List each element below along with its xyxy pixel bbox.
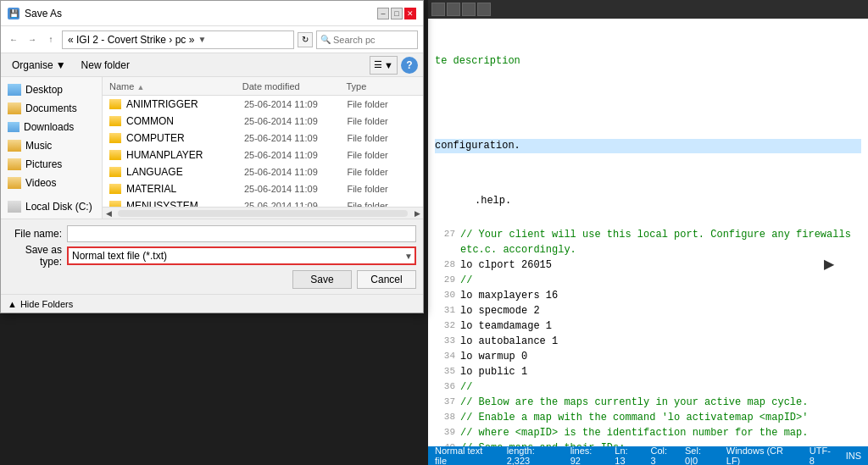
organise-chevron-icon: ▼	[56, 59, 66, 71]
save-button[interactable]: Save	[292, 270, 352, 289]
folder-icon-humanplayer	[109, 150, 121, 160]
statusbar-lineendings: Windows (CR LF)	[726, 446, 799, 465]
file-row-common[interactable]: COMMON 25-06-2014 11:09 File folder	[103, 113, 423, 130]
editor-line-37: 37 // Below are the maps currently in yo…	[435, 395, 861, 410]
file-name-menusystem: MENUSYSTEM	[126, 200, 241, 207]
file-row-menusystem[interactable]: MENUSYSTEM 25-06-2014 11:09 File folder	[103, 197, 423, 207]
sidebar-item-pictures[interactable]: Pictures	[1, 155, 102, 174]
scroll-right-btn[interactable]: ▶	[411, 209, 423, 218]
col-header-name[interactable]: Name ▲	[103, 81, 239, 91]
editor-top-line-1: te description	[435, 54, 861, 69]
filetype-select[interactable]: Normal text file (*.txt) All Files (*.*)	[69, 248, 415, 263]
organise-button[interactable]: Organise ▼	[6, 56, 72, 75]
hide-folders-bar[interactable]: ▲ Hide Folders	[1, 294, 423, 313]
col-header-type[interactable]: Type	[343, 81, 424, 91]
hscroll-track[interactable]	[118, 210, 408, 217]
file-row-material[interactable]: MATERIAL 25-06-2014 11:09 File folder	[103, 180, 423, 197]
scroll-left-btn[interactable]: ◀	[103, 209, 114, 218]
file-date-menusystem: 25-06-2014 11:09	[241, 201, 344, 207]
sidebar-label-drive-c: Local Disk (C:)	[25, 201, 92, 213]
up-button[interactable]: ↑	[43, 32, 58, 47]
sidebar: Desktop Documents Downloads Music Pictur…	[1, 77, 103, 219]
view-button[interactable]: ☰ ▼	[370, 56, 398, 75]
filetype-label: Save as type:	[8, 244, 67, 268]
downloads-folder-icon	[8, 122, 19, 132]
folder-icon-material	[109, 184, 121, 194]
sidebar-item-music[interactable]: Music	[1, 136, 102, 155]
sidebar-item-documents[interactable]: Documents	[1, 99, 102, 118]
search-icon: 🔍	[320, 35, 331, 44]
sidebar-item-desktop[interactable]: Desktop	[1, 80, 102, 99]
file-row-humanplayer[interactable]: HUMANPLAYER 25-06-2014 11:09 File folder	[103, 147, 423, 163]
back-button[interactable]: ←	[6, 32, 21, 47]
file-name-material: MATERIAL	[126, 183, 241, 195]
editor-text-area: te description configuration.	[428, 19, 868, 224]
horizontal-scrollbar[interactable]: ◀ ▶	[103, 207, 423, 219]
toolbar-btn-2[interactable]	[447, 3, 460, 16]
file-date-common: 25-06-2014 11:09	[241, 116, 344, 126]
filename-input[interactable]	[67, 225, 416, 242]
file-row-language[interactable]: LANGUAGE 25-06-2014 11:09 File folder	[103, 163, 423, 180]
cancel-button[interactable]: Cancel	[357, 270, 416, 289]
file-type-menusystem: File folder	[343, 201, 423, 207]
folder-icon-menusystem	[109, 201, 121, 207]
sidebar-item-videos[interactable]: Videos	[1, 174, 102, 192]
refresh-button[interactable]: ↻	[298, 32, 313, 47]
toolbar-btn-1[interactable]	[431, 3, 445, 16]
file-list-area: Name ▲ Date modified Type ANIMTRIGGER 25…	[103, 77, 423, 219]
filetype-row: Save as type: Normal text file (*.txt) A…	[8, 246, 416, 265]
file-row-computer[interactable]: COMPUTER 25-06-2014 11:09 File folder	[103, 130, 423, 147]
file-name-humanplayer: HUMANPLAYER	[126, 149, 241, 161]
editor-line-38: 38 // Enable a map with the command 'lo …	[435, 410, 861, 425]
file-date-humanplayer: 25-06-2014 11:09	[241, 150, 344, 160]
editor-line-31: 31 lo specmode 2	[435, 303, 861, 318]
forward-button[interactable]: →	[25, 32, 40, 47]
folder-icon-animtrigger	[109, 99, 121, 109]
sidebar-label-documents: Documents	[25, 102, 77, 114]
file-name-common: COMMON	[126, 115, 241, 127]
address-bar: ← → ↑ « IGI 2 - Covert Strike › pc » ▼ ↻…	[1, 26, 423, 53]
file-type-common: File folder	[343, 116, 423, 126]
editor-line-27: 27 // Your client will use this local po…	[435, 227, 861, 257]
dialog-title-icon: 💾	[8, 8, 19, 19]
desktop-folder-icon	[8, 84, 21, 96]
file-type-language: File folder	[343, 167, 423, 177]
editor-line-29: 29 //	[435, 273, 861, 288]
editor-help-text: .help.	[475, 195, 511, 207]
file-row-animtrigger[interactable]: ANIMTRIGGER 25-06-2014 11:09 File folder	[103, 96, 423, 113]
close-button[interactable]: ✕	[404, 8, 416, 19]
toolbar-btn-4[interactable]	[477, 3, 491, 16]
maximize-button[interactable]: □	[391, 8, 403, 19]
dialog-bottom: File name: Save as type: Normal text fil…	[1, 219, 423, 294]
new-folder-button[interactable]: New folder	[75, 56, 136, 75]
dialog-buttons: Save Cancel	[8, 270, 416, 289]
file-date-language: 25-06-2014 11:09	[241, 167, 344, 177]
minimize-button[interactable]: –	[377, 8, 389, 19]
col-header-date[interactable]: Date modified	[239, 81, 343, 91]
editor-content: te description configuration. 27 // Your…	[428, 19, 868, 446]
statusbar-length: length: 2,323	[507, 446, 560, 465]
dialog-titlebar: 💾 Save As – □ ✕	[1, 1, 423, 26]
view-chevron-icon: ▼	[384, 60, 393, 70]
search-box: 🔍	[316, 30, 418, 49]
breadcrumb[interactable]: « IGI 2 - Covert Strike › pc » ▼	[62, 30, 294, 49]
help-button[interactable]: ?	[401, 57, 418, 74]
statusbar-encoding: UTF-8	[810, 446, 836, 465]
toolbar-btn-3[interactable]	[462, 3, 476, 16]
hide-folders-label: Hide Folders	[20, 299, 73, 309]
editor-line-32: 32 lo teamdamage 1	[435, 318, 861, 334]
sidebar-label-pictures: Pictures	[25, 158, 62, 170]
file-type-humanplayer: File folder	[343, 150, 423, 160]
search-input[interactable]	[333, 35, 401, 45]
editor-line-33: 33 lo autobalance 1	[435, 334, 861, 349]
sidebar-item-drive-c[interactable]: Local Disk (C:)	[1, 197, 102, 216]
folder-icon-computer	[109, 133, 121, 143]
sidebar-item-downloads[interactable]: Downloads	[1, 118, 102, 136]
filename-row: File name:	[8, 224, 416, 243]
save-as-dialog: 💾 Save As – □ ✕ ← → ↑ « IGI 2 - Covert S…	[0, 0, 424, 313]
sidebar-label-desktop: Desktop	[25, 84, 63, 96]
editor-line-36: 36 //	[435, 379, 861, 395]
editor-top-line-2	[435, 97, 861, 111]
editor-statusbar: Normal text file length: 2,323 lines: 92…	[428, 446, 868, 465]
filename-label: File name:	[8, 228, 67, 240]
